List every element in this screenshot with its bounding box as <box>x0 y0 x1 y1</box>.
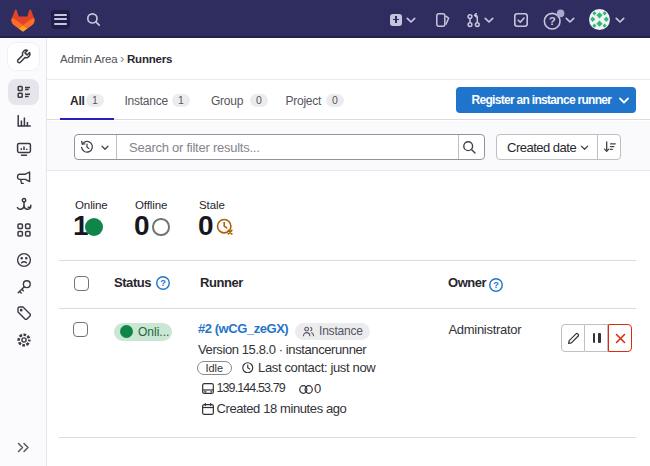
svg-text:?: ? <box>549 15 556 27</box>
svg-text:?: ? <box>493 280 499 290</box>
svg-text:?: ? <box>160 278 166 288</box>
